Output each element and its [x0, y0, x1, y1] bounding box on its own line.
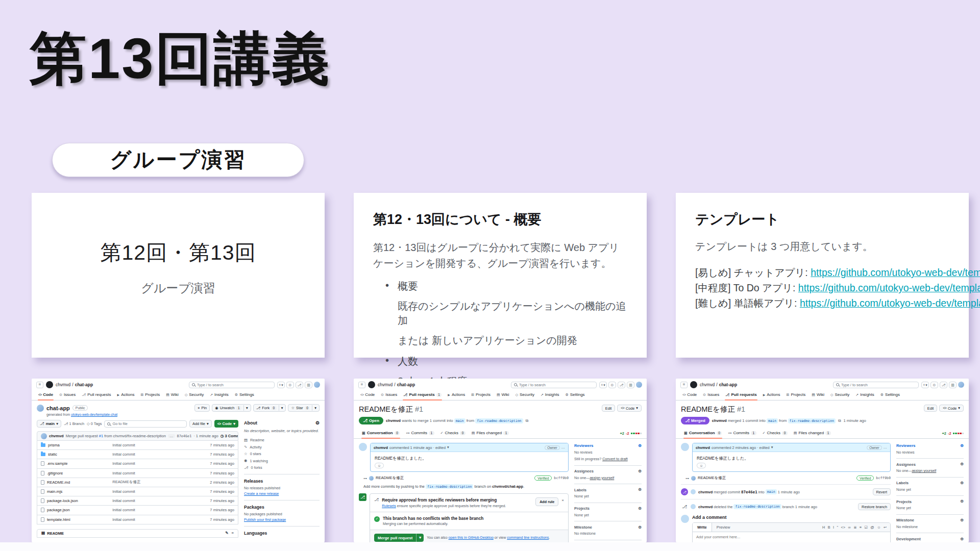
milestone-settings-icon[interactable]	[960, 518, 964, 522]
comment-author[interactable]: chvmvd	[696, 445, 710, 450]
tab-issues[interactable]: Issues	[378, 390, 400, 400]
code-button[interactable]: Code	[617, 405, 642, 412]
tab-checks[interactable]: Checks0	[760, 429, 791, 438]
outline-icon[interactable]	[232, 531, 234, 535]
tab-pull-requests[interactable]: Pull requests	[722, 390, 760, 400]
pr-number-link[interactable]: #1	[99, 434, 103, 438]
github-logo-icon[interactable]	[46, 381, 53, 388]
cli-instructions-link[interactable]: command line instructions	[507, 536, 549, 540]
about-readme[interactable]: Readme	[244, 438, 320, 442]
issues-dashboard-icon[interactable]	[608, 382, 616, 388]
fork-button[interactable]: Fork0	[253, 404, 286, 412]
commit-description-toggle[interactable]	[168, 434, 175, 438]
breadcrumb-repo[interactable]: chat-app	[397, 382, 415, 387]
tab-commits[interactable]: Commits1	[403, 429, 437, 438]
avatar[interactable]	[681, 443, 689, 451]
comment-author[interactable]: chvmvd	[374, 445, 388, 450]
tab-settings[interactable]: Settings	[562, 390, 587, 400]
file-row[interactable]: package.jsonInitial commit7 minutes ago	[37, 506, 238, 515]
tab-wiki[interactable]: Wiki	[808, 390, 827, 400]
tab-files-changed[interactable]: Files changed1	[469, 429, 512, 438]
file-row[interactable]: staticInitial commit7 minutes ago	[37, 450, 238, 459]
avatar[interactable]	[314, 382, 320, 388]
merge-pull-request-button[interactable]: Merge pull request	[374, 534, 424, 542]
create-new-button[interactable]	[599, 382, 607, 388]
tab-security[interactable]: Security	[827, 390, 852, 400]
commit-hash[interactable]: 87e46e1	[177, 434, 192, 438]
task-list-icon[interactable]: ☑	[864, 525, 867, 530]
tab-wiki[interactable]: Wiki	[163, 390, 182, 400]
edited-dropdown-icon[interactable]	[771, 445, 773, 449]
pull-requests-dashboard-icon[interactable]	[296, 382, 303, 388]
tab-code[interactable]: Code	[35, 390, 56, 400]
issues-dashboard-icon[interactable]	[286, 382, 294, 388]
add-file-button[interactable]: Add file	[189, 420, 212, 428]
add-rule-button[interactable]: Add rule	[535, 497, 558, 506]
tab-insights[interactable]: Insights	[852, 390, 877, 400]
about-stars[interactable]: 0 stars	[244, 452, 320, 456]
copy-branch-icon[interactable]	[526, 419, 529, 423]
edited-dropdown-icon[interactable]	[447, 445, 449, 449]
breadcrumb-owner[interactable]: chvmvd	[56, 382, 70, 387]
template-todo-link[interactable]: https://github.com/utokyo-web-dev/templa…	[798, 282, 980, 293]
reference-icon[interactable]: ↩	[884, 525, 887, 530]
tab-security[interactable]: Security	[512, 390, 537, 400]
edit-readme-icon[interactable]	[225, 531, 228, 535]
revert-button[interactable]: Revert	[873, 488, 891, 495]
numbered-list-icon[interactable]: ≣	[853, 525, 856, 530]
assignees-settings-icon[interactable]	[638, 469, 642, 473]
file-row[interactable]: .gitignoreInitial commit7 minutes ago	[37, 469, 238, 478]
labels-settings-icon[interactable]	[960, 481, 964, 485]
tab-insights[interactable]: Insights	[537, 390, 562, 400]
avatar[interactable]	[636, 382, 642, 388]
create-release-link[interactable]: Create a new release	[244, 491, 320, 496]
development-settings-icon[interactable]	[960, 537, 964, 541]
repo-name[interactable]: chat-app	[46, 405, 70, 411]
comment-menu-icon[interactable]	[884, 445, 887, 449]
file-row[interactable]: prismaInitial commit7 minutes ago	[37, 441, 238, 450]
add-reaction-button[interactable]	[375, 463, 384, 468]
comment-menu-icon[interactable]	[561, 445, 565, 449]
latest-commit-bar[interactable]: chvmvd Merge pull request #1 from chvmvd…	[37, 431, 238, 441]
create-new-button[interactable]	[277, 382, 285, 388]
tab-pull-requests[interactable]: Pull requests1	[400, 390, 445, 400]
hamburger-menu-icon[interactable]	[680, 382, 688, 388]
issues-dashboard-icon[interactable]	[930, 382, 938, 388]
pull-requests-dashboard-icon[interactable]	[940, 382, 947, 388]
avatar[interactable]	[958, 382, 964, 388]
tab-settings[interactable]: Settings	[877, 390, 903, 400]
breadcrumb-owner[interactable]: chvmvd	[378, 382, 393, 387]
breadcrumb-repo[interactable]: chat-app	[719, 382, 737, 387]
italic-icon[interactable]: I	[833, 525, 834, 530]
about-forks[interactable]: 0 forks	[244, 465, 320, 470]
search-input[interactable]: Type / to search	[833, 382, 919, 388]
assign-yourself-link[interactable]: assign yourself	[912, 468, 936, 473]
file-row[interactable]: README.mdREADMEを修正2 minutes ago	[37, 478, 238, 487]
tab-files-changed[interactable]: Files changed1	[791, 429, 834, 438]
add-reaction-button[interactable]	[697, 463, 706, 468]
copy-branch-icon[interactable]	[838, 419, 841, 423]
milestone-settings-icon[interactable]	[638, 525, 642, 530]
avatar[interactable]	[359, 443, 367, 451]
reviewers-title[interactable]: Reviewers	[574, 443, 594, 448]
star-button[interactable]: Star0	[288, 404, 320, 412]
template-flashcard-link[interactable]: https://github.com/utokyo-web-dev/templa…	[800, 297, 980, 309]
inbox-icon[interactable]	[305, 382, 312, 388]
branch-selector[interactable]: main	[37, 420, 61, 428]
breadcrumb-owner[interactable]: chvmvd	[700, 382, 715, 387]
file-row[interactable]: template.htmlInitial commit7 minutes ago	[37, 515, 238, 524]
pull-requests-dashboard-icon[interactable]	[618, 382, 625, 388]
tab-pull-requests[interactable]: Pull requests	[79, 390, 114, 400]
tab-settings[interactable]: Settings	[232, 390, 257, 400]
tab-conversation[interactable]: Conversation0	[681, 429, 725, 438]
code-icon[interactable]: <>	[841, 525, 845, 530]
tab-conversation[interactable]: Conversation0	[359, 429, 403, 438]
projects-settings-icon[interactable]	[960, 499, 964, 504]
assign-yourself-link[interactable]: assign yourself	[590, 475, 614, 480]
template-chat-link[interactable]: https://github.com/utokyo-web-dev/templa…	[811, 267, 980, 278]
bold-icon[interactable]: B	[828, 525, 830, 530]
hamburger-menu-icon[interactable]	[36, 382, 43, 388]
write-tab[interactable]: Write	[693, 523, 712, 532]
template-source-link[interactable]: utokyo-web-dev/template-chat	[71, 413, 117, 416]
publish-package-link[interactable]: Publish your first package	[244, 517, 320, 522]
